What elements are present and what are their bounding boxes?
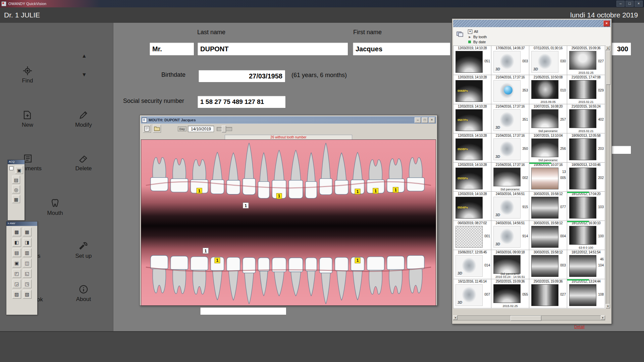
- thumbnail-cell[interactable]: 12/03/2019, 14:10:280507Pv: [453, 104, 491, 133]
- mouth-window-titlebar[interactable]: MOUTH: DUPONT Jacques – □ ×: [141, 116, 436, 124]
- tooth-lower[interactable]: [272, 258, 286, 296]
- tooth-upper[interactable]: [211, 152, 224, 194]
- chart-slider[interactable]: [217, 127, 232, 131]
- about-button[interactable]: About: [69, 284, 98, 303]
- vertical-scroll-thumb[interactable]: [606, 51, 610, 85]
- capture-icon[interactable]: ◎: [12, 185, 20, 193]
- thumbnail-cell[interactable]: 06/03/2019, 08:27:02001: [453, 221, 491, 250]
- tooth-lower[interactable]: [258, 258, 269, 296]
- detail-link[interactable]: Detail: [574, 324, 585, 329]
- xray-palette-title[interactable]: X-RAY: [6, 222, 37, 226]
- thumbnail-cell[interactable]: 21/02/2015, 17:47:080292015.02.21: [567, 75, 605, 104]
- tooth-upper[interactable]: [151, 158, 168, 191]
- tooth-upper[interactable]: [351, 152, 364, 194]
- split-view-icon[interactable]: ◫: [23, 259, 32, 267]
- chart-date-field[interactable]: 14/10/2019: [188, 126, 214, 132]
- tooth-lower[interactable]: [387, 256, 405, 294]
- thumbnail-cell[interactable]: 15/06/2015, 10:37:1600513: [529, 163, 567, 192]
- thumbnail-cell[interactable]: 25/02/2015, 15:09:36027: [529, 279, 567, 308]
- tooth-upper[interactable]: [407, 158, 424, 191]
- thumbnail-cell[interactable]: 07/11/2015, 01:30:163D030: [529, 46, 567, 75]
- tooth-lower[interactable]: [227, 257, 240, 300]
- find-button[interactable]: Find: [13, 66, 42, 84]
- single-view-icon[interactable]: ▣: [12, 259, 21, 267]
- thumbnail-cell[interactable]: 24/03/2016, 14:56:513D915: [491, 192, 529, 221]
- tooth-upper[interactable]: [306, 153, 317, 198]
- rows-icon[interactable]: ▤: [12, 248, 21, 257]
- tooth-upper[interactable]: [227, 153, 240, 194]
- ssn-field[interactable]: 1 58 27 75 489 127 81: [197, 96, 286, 108]
- scroll-down-button[interactable]: ▼: [76, 72, 92, 80]
- mouth-close-button[interactable]: ×: [429, 117, 435, 123]
- thumbnail-cell[interactable]: 21/04/2016, 17:37:163D351: [491, 104, 529, 133]
- first-name-field[interactable]: Jacques: [353, 42, 450, 56]
- tooth-lower[interactable]: [320, 257, 332, 304]
- mouth-maximize-button[interactable]: □: [422, 117, 428, 123]
- thumbnail-cell[interactable]: 18/12/2012, 16:30:1010063-8 0 100: [567, 221, 605, 250]
- thumbnail-cell[interactable]: 12/03/2019, 14:10:28051: [453, 46, 491, 75]
- setup-button[interactable]: Set up: [69, 241, 98, 259]
- thumbnail-cell[interactable]: 30/03/2015, 15:58:12003: [529, 250, 567, 279]
- scroll-right-arrow[interactable]: ►: [601, 315, 605, 320]
- quadrant-3-icon[interactable]: ◲: [12, 280, 21, 288]
- horizontal-scroll-thumb[interactable]: [511, 316, 541, 321]
- tooth-lower[interactable]: [306, 258, 317, 296]
- thumbnail-cell[interactable]: 25/02/2015, 15:09:360272015.02.25: [567, 46, 605, 75]
- thumbnail-cell[interactable]: 18/09/2013, 12:05:58203: [567, 133, 605, 163]
- tooth-lower[interactable]: [351, 257, 364, 300]
- tooth-lower[interactable]: [211, 257, 224, 300]
- thumbnail-cell[interactable]: 21/02/2015, 16:55:244022015.02.21: [567, 104, 605, 133]
- thumbnail-cell[interactable]: 18/09/2013, 12:03:46202: [567, 163, 605, 192]
- tooth-lower[interactable]: [171, 256, 188, 294]
- tooth-lower[interactable]: [243, 257, 256, 304]
- tooth-lower[interactable]: [367, 257, 384, 294]
- partially-hidden-button-ok[interactable]: ok: [37, 296, 43, 303]
- thumbnail-cell[interactable]: 21/04/2016, 17:37:16002Std panoramic: [491, 163, 529, 192]
- new-button[interactable]: New: [13, 110, 42, 128]
- thumbnail-cell[interactable]: 21/04/2016, 17:37:163D350: [491, 133, 529, 163]
- close-button[interactable]: ×: [635, 1, 643, 7]
- tooth-upper[interactable]: [289, 150, 303, 198]
- minimize-button[interactable]: –: [616, 1, 625, 7]
- thumbnail-cell[interactable]: 24/03/2016, 09:00:18Std panoramic2016 03…: [491, 250, 529, 279]
- maximize-button[interactable]: □: [626, 1, 634, 7]
- slider-thumb[interactable]: [222, 126, 226, 132]
- tooth-lower[interactable]: [191, 257, 208, 294]
- filter-all-checkbox[interactable]: ✕: [468, 29, 472, 34]
- thumbnail-cell[interactable]: 10/07/2015, 13:10:04256Std panoramic: [529, 133, 567, 163]
- thumbnail-cell[interactable]: 15/06/2017, 12:05:453D014: [453, 250, 491, 279]
- open-folder-button[interactable]: [153, 125, 161, 133]
- tooth-upper[interactable]: [272, 150, 286, 198]
- right-half-icon[interactable]: ◨: [23, 238, 32, 247]
- thumbnail-cell[interactable]: 12/03/2019, 14:10:280508Pv: [453, 133, 491, 163]
- tooth-upper[interactable]: [335, 153, 348, 194]
- diagonal-icon[interactable]: ▨: [12, 290, 21, 299]
- chart-notes-button[interactable]: [143, 125, 151, 133]
- scroll-up-button[interactable]: ▲: [76, 53, 92, 61]
- mouth-button[interactable]: Mouth: [40, 198, 70, 217]
- tooth-lower[interactable]: [407, 255, 424, 293]
- thumbnail-cell[interactable]: 25/02/2015, 15:09:360552015.02.25: [491, 279, 529, 308]
- thumbnail-cell[interactable]: 17/06/2016, 14:06:373D003: [491, 46, 529, 75]
- panel-titlebar[interactable]: ×: [453, 20, 610, 27]
- quadrant-4-icon[interactable]: ◳: [23, 280, 32, 288]
- acq-palette-title[interactable]: ACQ: [8, 160, 24, 164]
- thumbnail-cell[interactable]: 12/03/2019, 14:10:280068Pv: [453, 75, 491, 104]
- left-half-icon[interactable]: ◧: [12, 238, 21, 247]
- scroll-up-arrow[interactable]: ▲: [606, 46, 610, 50]
- tooth-upper[interactable]: [171, 159, 188, 192]
- quadrant-1-icon[interactable]: ◰: [12, 269, 21, 278]
- scroll-left-arrow[interactable]: ◄: [453, 315, 458, 320]
- thumbnail-cell[interactable]: 30/03/2015, 15:58:12077: [529, 192, 567, 221]
- tooth-lower[interactable]: [335, 257, 348, 300]
- title-field[interactable]: Mr.: [149, 42, 194, 56]
- thumbnail-cell[interactable]: 16/11/2016, 11:45:143D007: [453, 279, 491, 308]
- dental-chart[interactable]: 111111111: [141, 139, 436, 306]
- tooth-upper[interactable]: [258, 153, 269, 198]
- tooth-lower[interactable]: [289, 258, 303, 296]
- vertical-scrollbar[interactable]: ▲ ▼: [606, 46, 610, 308]
- thumbnail-cell[interactable]: 10/07/2015, 16:08:20257Std panoramic: [529, 104, 567, 133]
- thumbnail-cell[interactable]: 24/03/2016, 14:56:513D914: [491, 221, 529, 250]
- columns-icon[interactable]: ▥: [23, 248, 32, 257]
- thumbnail-cell[interactable]: 10/12/2012, 13:24:44108: [567, 279, 605, 308]
